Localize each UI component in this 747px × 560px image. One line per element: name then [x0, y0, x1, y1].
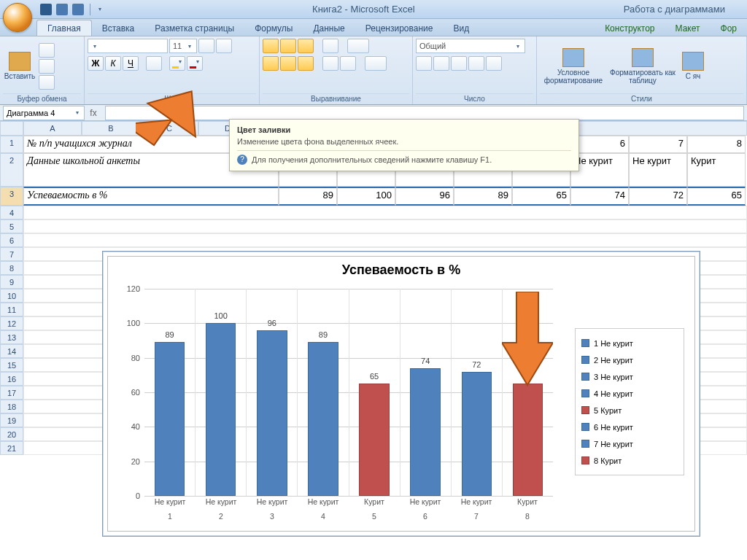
- cell[interactable]: Не курит: [570, 153, 629, 187]
- row-header[interactable]: 15: [0, 358, 23, 372]
- conditional-formatting-button[interactable]: Условное форматирование: [540, 43, 607, 90]
- underline-button[interactable]: Ч: [123, 56, 139, 71]
- row-header[interactable]: 5: [0, 219, 23, 233]
- cell[interactable]: Успеваемость в %: [23, 187, 279, 206]
- tab-formulas[interactable]: Формулы: [244, 20, 303, 36]
- legend-item: 6 Не курит: [581, 420, 678, 434]
- chart-bar-label: 65: [349, 372, 400, 381]
- align-bottom-button[interactable]: [298, 39, 314, 53]
- font-size-combo[interactable]: 11▾: [169, 39, 197, 53]
- cell[interactable]: 89: [279, 187, 337, 206]
- column-header[interactable]: A: [23, 121, 82, 136]
- row-header[interactable]: 13: [0, 330, 23, 344]
- undo-icon[interactable]: [56, 4, 68, 15]
- arrow-annotation-2: [502, 292, 553, 386]
- font-color-button[interactable]: ▾: [187, 56, 203, 71]
- cell-styles-button[interactable]: С яч: [678, 43, 708, 90]
- cell[interactable]: [23, 219, 747, 233]
- row-header[interactable]: 6: [0, 233, 23, 247]
- fx-icon[interactable]: fx: [85, 108, 102, 118]
- select-all-corner[interactable]: [0, 121, 23, 136]
- fill-color-button[interactable]: ▾: [169, 56, 185, 71]
- format-as-table-button[interactable]: Форматировать как таблицу: [609, 43, 676, 90]
- row-header[interactable]: 11: [0, 303, 23, 316]
- tab-data[interactable]: Данные: [303, 20, 355, 36]
- row-header[interactable]: 16: [0, 372, 23, 386]
- row-header[interactable]: 1: [0, 136, 23, 153]
- cut-button[interactable]: [39, 43, 55, 58]
- tab-insert[interactable]: Вставка: [92, 20, 145, 36]
- row-header[interactable]: 19: [0, 413, 23, 427]
- row-header[interactable]: 2: [0, 153, 23, 187]
- decrease-font-button[interactable]: [216, 39, 232, 53]
- row-header[interactable]: 17: [0, 386, 23, 400]
- comma-button[interactable]: [451, 56, 467, 71]
- copy-button[interactable]: [39, 59, 55, 74]
- row-header[interactable]: 14: [0, 344, 23, 358]
- save-icon[interactable]: [40, 4, 52, 15]
- row-header[interactable]: 7: [0, 247, 23, 261]
- column-header[interactable]: B: [82, 121, 140, 136]
- svg-marker-0: [136, 80, 215, 153]
- align-right-button[interactable]: [298, 56, 314, 71]
- cell[interactable]: 65: [512, 187, 570, 206]
- border-button[interactable]: [146, 56, 162, 71]
- cell[interactable]: Не курит: [629, 153, 687, 187]
- align-left-button[interactable]: [263, 56, 279, 71]
- tab-view[interactable]: Вид: [443, 20, 479, 36]
- decrease-indent-button[interactable]: [322, 56, 338, 71]
- cell[interactable]: 6: [570, 136, 629, 153]
- row-header[interactable]: 10: [0, 289, 23, 303]
- cell[interactable]: 72: [629, 187, 687, 206]
- chart-object[interactable]: Успеваемость в % 89100968965747265 Не ку…: [102, 251, 700, 537]
- align-middle-button[interactable]: [280, 39, 296, 53]
- increase-indent-button[interactable]: [340, 56, 356, 71]
- redo-icon[interactable]: [72, 4, 84, 15]
- cell[interactable]: 65: [687, 187, 746, 206]
- office-button[interactable]: [3, 3, 32, 32]
- wrap-text-button[interactable]: [347, 39, 369, 53]
- cell[interactable]: 74: [570, 187, 629, 206]
- row-header[interactable]: 21: [0, 441, 23, 455]
- cell[interactable]: 96: [395, 187, 454, 206]
- decrease-decimal-button[interactable]: [486, 56, 502, 71]
- increase-font-button[interactable]: [198, 39, 214, 53]
- currency-button[interactable]: [416, 56, 432, 71]
- chart-x-category: Не курит1: [144, 497, 196, 521]
- row-header[interactable]: 4: [0, 206, 23, 219]
- row-header[interactable]: 8: [0, 261, 23, 275]
- cell[interactable]: [23, 233, 747, 247]
- tab-chart-format[interactable]: Фор: [711, 20, 747, 36]
- cell[interactable]: 89: [454, 187, 512, 206]
- cell[interactable]: 100: [337, 187, 395, 206]
- tab-home[interactable]: Главная: [36, 20, 92, 36]
- row-header[interactable]: 20: [0, 427, 23, 441]
- tab-page-layout[interactable]: Разметка страницы: [144, 20, 244, 36]
- qat-dropdown-icon[interactable]: ▾: [96, 6, 104, 12]
- tab-review[interactable]: Рецензирование: [355, 20, 444, 36]
- cell[interactable]: Курит: [687, 153, 746, 187]
- align-top-button[interactable]: [263, 39, 279, 53]
- cell[interactable]: 8: [687, 136, 746, 153]
- tab-chart-design[interactable]: Конструктор: [595, 20, 665, 36]
- increase-decimal-button[interactable]: [468, 56, 484, 71]
- number-format-combo[interactable]: Общий▾: [416, 39, 525, 53]
- tab-chart-layout[interactable]: Макет: [665, 20, 711, 36]
- name-box-dropdown-icon[interactable]: ▾: [74, 109, 81, 116]
- orientation-button[interactable]: [322, 39, 338, 53]
- cell[interactable]: [23, 206, 747, 219]
- row-header[interactable]: 18: [0, 400, 23, 413]
- paste-button[interactable]: Вставить: [3, 43, 36, 90]
- row-header[interactable]: 12: [0, 316, 23, 330]
- row-header[interactable]: 9: [0, 275, 23, 289]
- name-box[interactable]: Диаграмма 4 ▾: [3, 106, 85, 120]
- align-center-button[interactable]: [280, 56, 296, 71]
- font-name-combo[interactable]: ▾: [88, 39, 168, 53]
- format-painter-button[interactable]: [39, 75, 55, 90]
- merge-button[interactable]: [365, 56, 387, 71]
- percent-button[interactable]: [433, 56, 449, 71]
- bold-button[interactable]: Ж: [88, 56, 104, 71]
- italic-button[interactable]: К: [105, 56, 121, 71]
- cell[interactable]: 7: [629, 136, 687, 153]
- row-header[interactable]: 3: [0, 187, 23, 206]
